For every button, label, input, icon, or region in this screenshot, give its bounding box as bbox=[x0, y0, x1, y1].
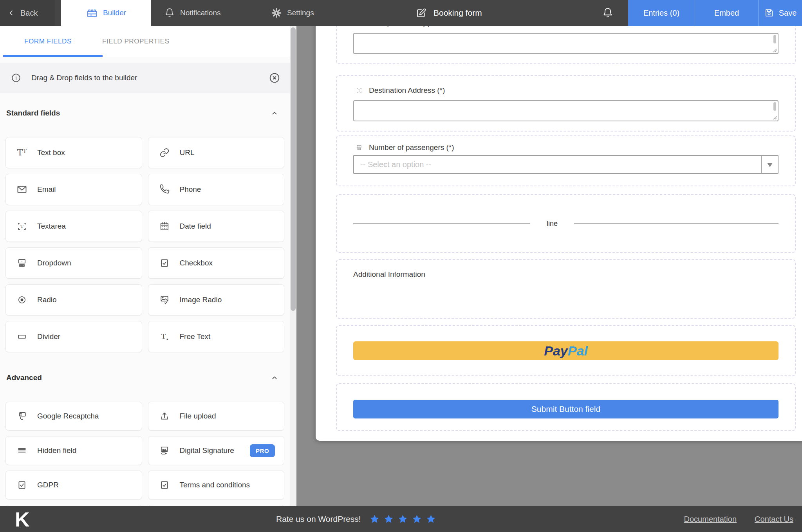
field-card-digital-signature[interactable]: Digital Signature PRO bbox=[148, 436, 285, 465]
field-card-hidden-field[interactable]: Hidden field bbox=[5, 436, 142, 465]
field-card-url[interactable]: URL bbox=[148, 137, 285, 168]
form-canvas: T Pickup Address (*) bbox=[316, 0, 802, 441]
free-text-icon: T bbox=[159, 332, 170, 342]
builder-tab-label: Builder bbox=[103, 9, 126, 17]
hidden-field-icon bbox=[16, 445, 28, 456]
field-card-textarea[interactable]: T Textarea bbox=[5, 211, 142, 242]
canvas-field-paypal[interactable]: PayPal bbox=[336, 325, 796, 376]
star-icon[interactable] bbox=[397, 514, 408, 525]
field-card-label: Free Text bbox=[180, 332, 211, 341]
field-card-gdpr[interactable]: GDPR bbox=[5, 471, 142, 500]
rate-us-text: Rate us on WordPress! bbox=[276, 514, 361, 524]
field-card-label: Image Radio bbox=[180, 296, 222, 304]
tab-field-properties[interactable]: FIELD PROPERTIES bbox=[102, 38, 170, 45]
bell-icon bbox=[602, 7, 613, 18]
sidebar-scrollbar[interactable] bbox=[290, 26, 296, 506]
advanced-fields-grid: Google Recaptcha File upload Hidden f bbox=[5, 402, 284, 506]
field-card-google-recaptcha[interactable]: Google Recaptcha bbox=[5, 402, 142, 431]
edit-icon[interactable] bbox=[416, 7, 427, 18]
field-card-divider[interactable]: Divider bbox=[5, 321, 142, 352]
save-button[interactable]: Save bbox=[758, 0, 802, 26]
embed-button[interactable]: Embed bbox=[695, 0, 758, 26]
star-icon[interactable] bbox=[412, 514, 422, 525]
toolbar-actions: Entries (0) Embed Save bbox=[628, 0, 802, 26]
tab-builder[interactable]: Builder bbox=[61, 0, 151, 26]
active-tab-underline bbox=[3, 55, 103, 57]
divider-row: line bbox=[353, 220, 779, 228]
field-card-label: Email bbox=[37, 185, 56, 194]
pickup-address-textarea[interactable] bbox=[353, 33, 779, 54]
canvas-field-line-divider[interactable]: line bbox=[336, 194, 796, 253]
field-card-image-radio[interactable]: Image Radio bbox=[148, 284, 285, 316]
field-card-phone[interactable]: Phone bbox=[148, 174, 285, 205]
chevron-up-icon[interactable] bbox=[270, 373, 279, 382]
destination-address-label: T Destination Address (*) bbox=[353, 86, 779, 95]
star-icon[interactable] bbox=[426, 514, 436, 525]
field-card-label: Textarea bbox=[37, 222, 66, 231]
notifications-tab-label: Notifications bbox=[180, 9, 221, 17]
paypal-logo-pal: Pal bbox=[568, 343, 588, 358]
contact-us-link[interactable]: Contact Us bbox=[755, 515, 793, 524]
form-canvas-inner: T Pickup Address (*) bbox=[316, 1, 802, 431]
form-title-group[interactable]: Booking form bbox=[416, 0, 482, 26]
image-radio-icon bbox=[159, 295, 170, 305]
notifications-bell-button[interactable] bbox=[602, 0, 613, 26]
canvas-field-number-of-passengers[interactable]: Number of passengers (*) -- Select an op… bbox=[336, 135, 796, 186]
bottom-bar: K Rate us on WordPress! Documentation Co… bbox=[0, 506, 802, 532]
dropdown-icon bbox=[16, 258, 28, 268]
chevron-up-icon[interactable] bbox=[270, 109, 279, 117]
envelope-icon bbox=[16, 184, 28, 195]
submit-button[interactable]: Submit Button field bbox=[353, 400, 779, 418]
paypal-button[interactable]: PayPal bbox=[353, 341, 779, 360]
paypal-logo: PayPal bbox=[544, 344, 588, 357]
field-card-text-box[interactable]: TT Text box bbox=[5, 137, 142, 168]
field-card-date-field[interactable]: Date field bbox=[148, 211, 285, 242]
canvas-field-destination-address[interactable]: T Destination Address (*) bbox=[336, 75, 796, 132]
tab-notifications[interactable]: Notifications bbox=[164, 0, 221, 26]
destination-address-textarea[interactable] bbox=[353, 100, 779, 121]
divider-text: line bbox=[547, 220, 558, 228]
entries-button[interactable]: Entries (0) bbox=[628, 0, 695, 26]
textarea-scrollbar[interactable] bbox=[773, 35, 776, 43]
recaptcha-icon bbox=[16, 411, 28, 421]
gear-icon bbox=[271, 7, 282, 18]
save-button-label: Save bbox=[779, 9, 797, 18]
documentation-link[interactable]: Documentation bbox=[684, 515, 737, 524]
form-builder-app: T Pickup Address (*) bbox=[0, 0, 802, 532]
field-card-free-text[interactable]: T Free Text bbox=[148, 321, 285, 352]
field-card-terms-and-conditions[interactable]: Terms and conditions bbox=[148, 471, 285, 500]
standard-fields-section-header[interactable]: Standard fields bbox=[0, 103, 290, 123]
passengers-select[interactable]: -- Select an option -- bbox=[353, 155, 779, 174]
field-card-email[interactable]: Email bbox=[5, 174, 142, 205]
passengers-label: Number of passengers (*) bbox=[353, 143, 779, 152]
sidebar-scrollbar-thumb[interactable] bbox=[291, 27, 296, 311]
back-button[interactable]: Back bbox=[0, 0, 55, 26]
canvas-field-submit-button[interactable]: Submit Button field bbox=[336, 383, 796, 431]
entries-button-label: Entries (0) bbox=[643, 9, 679, 18]
field-card-label: Text box bbox=[37, 148, 65, 157]
field-card-radio[interactable]: Radio bbox=[5, 284, 142, 316]
svg-text:T: T bbox=[20, 224, 23, 229]
field-card-file-upload[interactable]: File upload bbox=[148, 402, 285, 431]
canvas-field-free-text[interactable]: Additional Information bbox=[336, 259, 796, 319]
star-icon[interactable] bbox=[383, 514, 394, 525]
advanced-section-header[interactable]: Advanced bbox=[0, 368, 290, 388]
field-card-label: Phone bbox=[180, 185, 201, 194]
field-card-dropdown[interactable]: Dropdown bbox=[5, 247, 142, 279]
chevron-left-icon bbox=[8, 8, 15, 18]
textarea-scrollbar[interactable] bbox=[773, 102, 776, 111]
resize-grip-icon[interactable] bbox=[773, 115, 777, 120]
form-title: Booking form bbox=[434, 8, 482, 18]
select-dropdown-button[interactable] bbox=[761, 156, 778, 173]
tab-settings[interactable]: Settings bbox=[271, 0, 314, 26]
dismiss-hint-icon[interactable] bbox=[269, 72, 280, 84]
star-icon[interactable] bbox=[369, 514, 380, 525]
tab-form-fields[interactable]: FORM FIELDS bbox=[24, 38, 72, 45]
field-card-label: File upload bbox=[180, 412, 216, 420]
field-card-checkbox[interactable]: Checkbox bbox=[148, 247, 285, 279]
builder-brick-icon bbox=[86, 7, 98, 19]
passengers-label-text: Number of passengers (*) bbox=[369, 143, 454, 152]
rate-us-row[interactable]: Rate us on WordPress! bbox=[276, 506, 436, 532]
resize-grip-icon[interactable] bbox=[773, 48, 777, 52]
standard-fields-grid: TT Text box URL Email bbox=[5, 137, 284, 352]
